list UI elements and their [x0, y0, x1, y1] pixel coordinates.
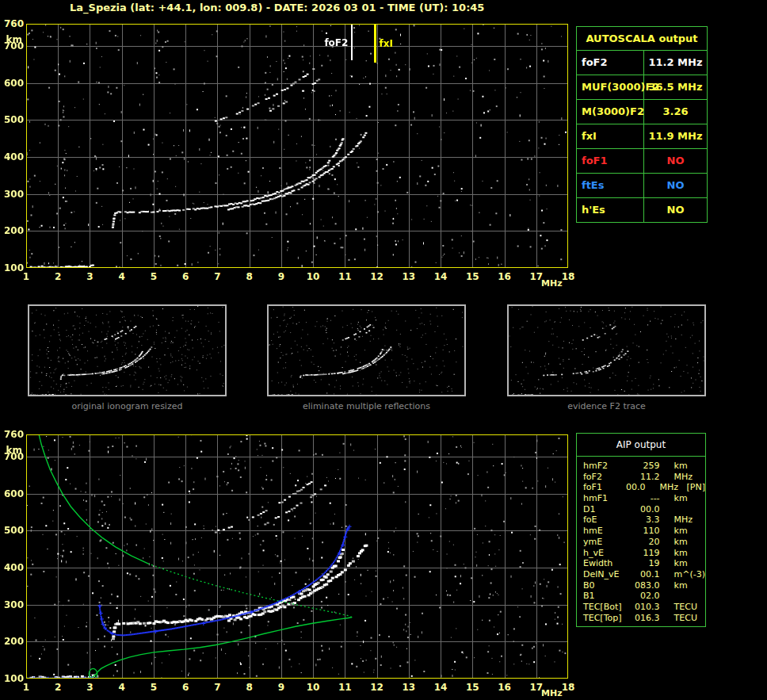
- autoscala-param-value: 36.5 MHz: [644, 75, 707, 99]
- x-tick-label: 6: [177, 271, 194, 282]
- autoscala-row-M(3000)F2: M(3000)F23.26: [577, 100, 707, 124]
- aip-row-hmE: hmE110km: [583, 526, 705, 537]
- autoscala-row-ftEs: ftEsNO: [577, 174, 707, 198]
- x-tick-label: 13: [400, 271, 418, 282]
- bottom-ionogram-plot: [26, 434, 568, 679]
- aip-param-value: ---: [630, 493, 659, 504]
- aip-param-name: B1: [583, 591, 630, 602]
- aip-param-value: 20: [630, 537, 659, 548]
- thumbnail-eliminate-reflections: [267, 304, 466, 396]
- aip-param-unit: km: [674, 558, 705, 569]
- aip-param-unit: km: [674, 548, 705, 559]
- top-plot-x-unit-label: MHz: [541, 278, 563, 289]
- aip-param-unit: km: [674, 580, 705, 591]
- aip-row-hmF2: hmF2259km: [583, 461, 705, 472]
- x-tick-label: 10: [304, 682, 322, 693]
- y-tick-label: 400: [0, 562, 24, 573]
- x-tick-label: 8: [241, 682, 258, 693]
- aip-param-value: 00.0: [621, 482, 645, 493]
- x-tick-label: 5: [145, 682, 162, 693]
- thumbnail-original-ionogram: [28, 304, 227, 396]
- autoscala-param-value: NO: [644, 149, 707, 173]
- page-title: La_Spezia (lat: +44.1, lon: 009.8) - DAT…: [70, 2, 484, 13]
- y-tick-label: 760: [0, 18, 24, 29]
- aip-param-unit: MHz: [660, 482, 685, 493]
- x-tick-label: 4: [113, 682, 131, 693]
- y-tick-label: 760: [0, 429, 24, 440]
- x-tick-label: 7: [208, 682, 226, 693]
- aip-row-h_vE: h_vE119km: [583, 548, 705, 559]
- aip-param-name: hmE: [583, 526, 630, 537]
- aip-param-value: 083.0: [630, 580, 659, 591]
- aip-param-note: [PN]: [687, 482, 705, 493]
- aip-param-value: 02.0: [630, 591, 659, 602]
- autoscala-param-value: 3.26: [644, 100, 707, 124]
- aip-param-name: foE: [583, 514, 630, 526]
- aip-param-unit: MHz: [674, 514, 705, 526]
- y-tick-label: 300: [0, 189, 24, 200]
- autoscala-row-h'Es: h'EsNO: [577, 198, 707, 222]
- aip-row-TEC[Top]: TEC[Top]016.3TECU: [583, 613, 705, 624]
- aip-row-B0: B0083.0km: [583, 580, 705, 591]
- thumbnail-evidence-f2-trace: [507, 304, 706, 396]
- aip-param-value: 11.2: [630, 472, 659, 483]
- aip-param-name: DelN_vE: [583, 569, 630, 580]
- x-tick-label: 9: [273, 682, 290, 693]
- aip-param-unit: km: [674, 461, 705, 472]
- x-tick-label: 2: [49, 271, 67, 282]
- top-ionogram-plot: [26, 24, 568, 268]
- x-tick-label: 4: [113, 271, 131, 282]
- aip-row-Ewidth: Ewidth19km: [583, 558, 705, 569]
- aip-param-value: 259: [630, 461, 659, 472]
- y-tick-label: 500: [0, 114, 24, 125]
- aip-param-value: 00.1: [630, 569, 659, 580]
- aip-row-TEC[Bot]: TEC[Bot]010.3TECU: [583, 602, 705, 613]
- x-tick-label: 15: [464, 271, 481, 282]
- aip-param-name: hmF1: [583, 493, 630, 504]
- x-tick-label: 7: [208, 271, 226, 282]
- aip-row-B1: B102.0: [583, 591, 705, 602]
- y-tick-label: 500: [0, 525, 24, 536]
- aip-param-value: 00.0: [630, 504, 659, 515]
- y-tick-label: 200: [0, 225, 24, 236]
- y-tick-label: 300: [0, 599, 24, 610]
- x-tick-label: 9: [273, 271, 290, 282]
- x-tick-label: 2: [49, 682, 67, 693]
- autoscala-param-label: h'Es: [577, 198, 644, 222]
- aip-row-foF2: foF211.2MHz: [583, 472, 705, 483]
- x-tick-label: 15: [464, 682, 481, 693]
- fxi-marker-label: fxI: [380, 38, 393, 49]
- x-tick-label: 12: [368, 682, 386, 693]
- aip-param-unit: [674, 504, 705, 515]
- aip-param-name: TEC[Bot]: [583, 602, 630, 613]
- aip-row-foE: foE3.3MHz: [583, 514, 705, 526]
- thumbnail-caption-3: evidence F2 trace: [507, 401, 706, 411]
- aip-param-unit: km: [674, 537, 705, 548]
- autoscala-param-value: 11.2 MHz: [644, 51, 707, 75]
- autoscala-row-fxI: fxI11.9 MHz: [577, 124, 707, 149]
- autoscala-row-foF1: foF1NO: [577, 149, 707, 174]
- x-tick-label: 11: [336, 682, 353, 693]
- bottom-plot-x-unit-label: MHz: [541, 688, 563, 698]
- autoscala-param-label: fxI: [577, 124, 644, 148]
- bottom-plot-y-unit-label: km: [0, 445, 22, 456]
- aip-param-name: Ewidth: [583, 558, 630, 569]
- aip-param-unit: m^(-3): [674, 569, 705, 580]
- x-tick-label: 14: [432, 682, 449, 693]
- y-tick-label: 400: [0, 151, 24, 163]
- aip-row-ymE: ymE20km: [583, 537, 705, 548]
- aip-param-name: B0: [583, 580, 630, 591]
- aip-param-name: foF2: [583, 472, 630, 483]
- aip-param-value: 010.3: [630, 602, 659, 613]
- top-plot-y-unit-label: km: [0, 34, 22, 45]
- x-tick-label: 1: [17, 271, 35, 282]
- aip-row-hmF1: hmF1---km: [583, 493, 705, 504]
- x-tick-label: 13: [400, 682, 418, 693]
- thumbnail-caption-2: eliminate multiple reflections: [267, 401, 466, 411]
- autoscala-row-foF2: foF211.2 MHz: [577, 51, 707, 75]
- autoscala-table-header: AUTOSCALA output: [577, 27, 707, 51]
- x-tick-label: 1: [17, 682, 35, 693]
- autoscala-param-value: NO: [644, 198, 707, 222]
- aip-row-D1: D100.0: [583, 504, 705, 515]
- aip-param-value: 3.3: [630, 514, 659, 526]
